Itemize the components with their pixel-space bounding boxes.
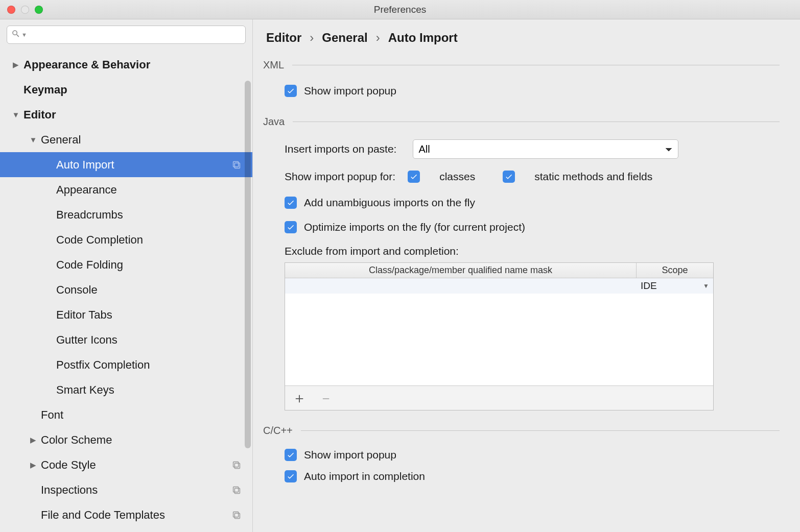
svg-rect-7 bbox=[233, 512, 239, 517]
chevron-down-icon[interactable]: ▼ bbox=[703, 282, 709, 289]
exclude-scope-cell[interactable]: IDE ▼ bbox=[637, 278, 713, 294]
remove-button[interactable]: － bbox=[319, 391, 333, 405]
breadcrumb-general[interactable]: General bbox=[322, 31, 367, 45]
tree-item-appearance-behavior[interactable]: ▶Appearance & Behavior bbox=[0, 52, 252, 77]
exclude-col-scope[interactable]: Scope bbox=[637, 263, 713, 278]
tree-item-label: General bbox=[41, 133, 81, 147]
exclude-col-mask[interactable]: Class/package/member qualified name mask bbox=[285, 263, 637, 278]
search-icon bbox=[11, 29, 20, 41]
xml-show-popup-checkbox[interactable] bbox=[285, 85, 297, 97]
optimize-label: Optimize imports on the fly (for current… bbox=[304, 221, 525, 233]
breadcrumb-sep-icon: › bbox=[310, 31, 314, 45]
svg-rect-2 bbox=[234, 463, 240, 468]
settings-tree: ▶Appearance & BehaviorKeymap▼Editor▼Gene… bbox=[0, 50, 252, 532]
static-checkbox[interactable] bbox=[503, 171, 515, 183]
tree-item-postfix-completion[interactable]: Postfix Completion bbox=[0, 352, 252, 377]
svg-rect-5 bbox=[233, 487, 239, 492]
tree-item-file-and-code-templates[interactable]: File and Code Templates bbox=[0, 502, 252, 527]
search-field[interactable]: ▼ bbox=[7, 26, 246, 44]
xml-section: XML Show import popup bbox=[263, 59, 780, 102]
tree-item-keymap[interactable]: Keymap bbox=[0, 77, 252, 102]
divider bbox=[293, 122, 780, 122]
svg-rect-3 bbox=[233, 462, 239, 467]
optimize-checkbox[interactable] bbox=[285, 221, 297, 233]
tree-item-appearance[interactable]: Appearance bbox=[0, 177, 252, 202]
tree-item-label: Code Completion bbox=[56, 233, 143, 247]
tree-item-inspections[interactable]: Inspections bbox=[0, 477, 252, 502]
tree-item-gutter-icons[interactable]: Gutter Icons bbox=[0, 327, 252, 352]
tree-item-label: Appearance bbox=[56, 183, 117, 197]
tree-item-label: Color Scheme bbox=[41, 433, 112, 447]
svg-rect-6 bbox=[234, 513, 240, 518]
tree-item-label: File and Code Templates bbox=[41, 509, 165, 522]
breadcrumb-editor[interactable]: Editor bbox=[266, 31, 301, 45]
tree-item-label: Appearance & Behavior bbox=[23, 58, 150, 71]
chevron-right-icon[interactable]: ▶ bbox=[28, 436, 39, 445]
cpp-auto-import-checkbox[interactable] bbox=[285, 470, 297, 482]
tree-item-breadcrumbs[interactable]: Breadcrumbs bbox=[0, 202, 252, 227]
xml-section-title: XML bbox=[263, 59, 284, 71]
tree-item-general[interactable]: ▼General bbox=[0, 127, 252, 152]
tree-item-smart-keys[interactable]: Smart Keys bbox=[0, 377, 252, 402]
chevron-right-icon[interactable]: ▶ bbox=[10, 60, 21, 69]
tree-item-code-completion[interactable]: Code Completion bbox=[0, 227, 252, 252]
titlebar: Preferences bbox=[0, 0, 800, 19]
tree-item-color-scheme[interactable]: ▶Color Scheme bbox=[0, 427, 252, 452]
tree-item-label: Console bbox=[56, 283, 98, 297]
tree-item-code-style[interactable]: ▶Code Style bbox=[0, 452, 252, 477]
chevron-down-icon[interactable]: ▼ bbox=[28, 135, 39, 144]
tree-item-label: Breadcrumbs bbox=[56, 208, 123, 222]
copy-settings-icon[interactable] bbox=[231, 460, 242, 471]
svg-rect-0 bbox=[234, 163, 240, 168]
table-row[interactable]: IDE ▼ bbox=[285, 278, 713, 294]
tree-item-auto-import[interactable]: Auto Import bbox=[0, 152, 252, 177]
insert-imports-select[interactable]: All bbox=[413, 139, 678, 159]
search-input[interactable] bbox=[30, 29, 241, 40]
scope-value: IDE bbox=[641, 280, 657, 292]
divider bbox=[301, 430, 780, 431]
breadcrumb: Editor › General › Auto Import bbox=[266, 31, 780, 45]
sidebar-scrollbar[interactable] bbox=[245, 81, 251, 448]
unambiguous-label: Add unambiguous imports on the fly bbox=[304, 197, 475, 209]
java-section: Java Insert imports on paste: All Show i… bbox=[263, 116, 780, 410]
copy-settings-icon[interactable] bbox=[231, 159, 242, 171]
exclude-mask-cell[interactable] bbox=[285, 278, 637, 294]
tree-item-console[interactable]: Console bbox=[0, 277, 252, 302]
unambiguous-checkbox[interactable] bbox=[285, 197, 297, 209]
chevron-down-icon[interactable]: ▼ bbox=[10, 110, 21, 119]
settings-panel: Editor › General › Auto Import XML Show … bbox=[253, 19, 800, 532]
exclude-table: Class/package/member qualified name mask… bbox=[285, 262, 714, 410]
tree-item-editor[interactable]: ▼Editor bbox=[0, 102, 252, 127]
breadcrumb-auto-import: Auto Import bbox=[388, 31, 458, 45]
copy-settings-icon[interactable] bbox=[231, 485, 242, 496]
chevron-right-icon[interactable]: ▶ bbox=[28, 461, 39, 470]
sidebar: ▼ ▶Appearance & BehaviorKeymap▼Editor▼Ge… bbox=[0, 19, 253, 532]
tree-item-font[interactable]: Font bbox=[0, 402, 252, 427]
cpp-show-popup-checkbox[interactable] bbox=[285, 449, 297, 461]
tree-item-label: Smart Keys bbox=[56, 383, 114, 397]
add-button[interactable]: ＋ bbox=[292, 391, 307, 405]
exclude-label: Exclude from import and completion: bbox=[285, 245, 780, 257]
classes-checkbox[interactable] bbox=[408, 171, 420, 183]
tree-item-label: Code Folding bbox=[56, 258, 123, 272]
copy-settings-icon[interactable] bbox=[231, 510, 242, 521]
window-title: Preferences bbox=[0, 4, 800, 15]
cpp-auto-import-label: Auto import in completion bbox=[304, 470, 425, 482]
search-dropdown-icon[interactable]: ▼ bbox=[21, 32, 27, 38]
tree-item-label: Keymap bbox=[23, 83, 67, 96]
tree-item-label: Postfix Completion bbox=[56, 358, 150, 372]
cpp-section: C/C++ Show import popup Auto import in c… bbox=[263, 425, 780, 486]
exclude-table-body[interactable]: IDE ▼ bbox=[285, 278, 713, 385]
tree-item-label: Inspections bbox=[41, 483, 98, 497]
cpp-section-title: C/C++ bbox=[263, 425, 293, 437]
tree-item-label: Editor Tabs bbox=[56, 308, 112, 322]
tree-item-label: Gutter Icons bbox=[56, 333, 117, 347]
classes-label: classes bbox=[439, 171, 475, 183]
breadcrumb-sep-icon: › bbox=[376, 31, 380, 45]
svg-rect-1 bbox=[233, 161, 239, 166]
tree-item-code-folding[interactable]: Code Folding bbox=[0, 252, 252, 277]
tree-item-label: Editor bbox=[23, 108, 56, 122]
java-section-title: Java bbox=[263, 116, 285, 128]
tree-item-editor-tabs[interactable]: Editor Tabs bbox=[0, 302, 252, 327]
tree-item-label: Code Style bbox=[41, 458, 96, 472]
